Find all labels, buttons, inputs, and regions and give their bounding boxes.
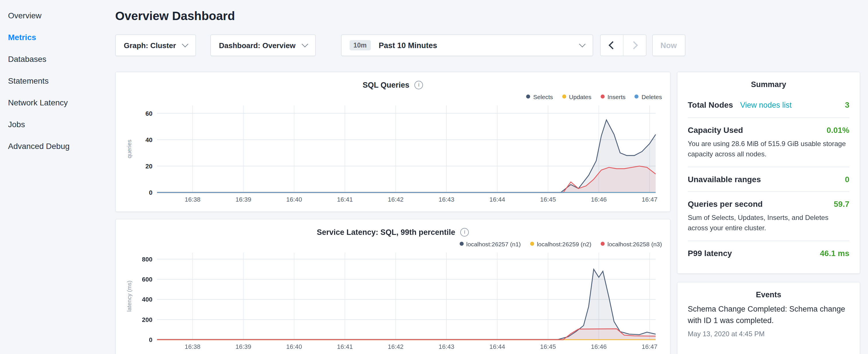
time-next-button[interactable] <box>623 35 646 56</box>
svg-text:queries: queries <box>126 139 132 158</box>
svg-text:16:42: 16:42 <box>388 343 403 350</box>
time-window-label: Past 10 Minutes <box>378 41 580 50</box>
time-window-badge: 10m <box>349 40 371 51</box>
sql-queries-chart: 16:3816:3916:4016:4116:4216:4316:4416:45… <box>124 101 662 207</box>
sidebar-item-statements[interactable]: Statements <box>0 70 115 92</box>
qps-note: Sum of Selects, Updates, Inserts, and De… <box>688 213 849 233</box>
chart-legend: SelectsUpdatesInsertsDeletes <box>124 91 662 100</box>
legend-item[interactable]: Updates <box>562 93 591 100</box>
unavailable-ranges-value: 0 <box>845 175 849 184</box>
time-pager <box>600 34 646 56</box>
legend-dot-icon <box>601 242 604 246</box>
service-latency-chart: 16:3816:3916:4016:4116:4216:4316:4416:45… <box>124 248 662 354</box>
total-nodes-label: Total Nodes <box>688 100 733 109</box>
legend-item[interactable]: localhost:26259 (n2) <box>530 240 591 247</box>
svg-text:16:44: 16:44 <box>490 343 505 350</box>
legend-item[interactable]: localhost:26258 (n3) <box>601 240 662 247</box>
time-prev-button[interactable] <box>600 35 623 56</box>
svg-text:16:45: 16:45 <box>540 343 556 350</box>
capacity-used-label: Capacity Used <box>688 125 743 135</box>
svg-text:16:47: 16:47 <box>642 343 657 350</box>
legend-dot-icon <box>459 242 463 246</box>
sidebar-item-overview[interactable]: Overview <box>0 5 115 26</box>
dashboard-dropdown-label: Dashboard: Overview <box>219 41 296 50</box>
dashboard-body: SQL Queries i SelectsUpdatesInsertsDelet… <box>115 72 860 354</box>
legend-item[interactable]: Deletes <box>635 93 662 100</box>
legend-label: Selects <box>533 93 553 100</box>
sidebar-item-metrics[interactable]: Metrics <box>0 26 115 48</box>
chevron-right-icon <box>629 41 638 49</box>
svg-text:20: 20 <box>146 163 152 170</box>
svg-text:200: 200 <box>142 316 152 323</box>
main-content: Overview Dashboard Graph: Cluster Dashbo… <box>115 0 868 354</box>
total-nodes-value: 3 <box>845 100 849 109</box>
svg-text:16:42: 16:42 <box>388 196 403 203</box>
sidebar-item-advanced-debug[interactable]: Advanced Debug <box>0 135 115 157</box>
now-button[interactable]: Now <box>652 34 685 56</box>
svg-text:16:43: 16:43 <box>438 196 454 203</box>
summary-row-total-nodes: Total Nodes View nodes list 3 <box>688 92 849 118</box>
event-item[interactable]: Schema Change Completed: Schema change w… <box>688 303 849 338</box>
info-icon[interactable]: i <box>461 228 469 236</box>
info-icon[interactable]: i <box>415 81 423 89</box>
capacity-used-value: 0.01% <box>827 125 849 135</box>
svg-text:16:40: 16:40 <box>286 196 302 203</box>
svg-text:16:44: 16:44 <box>490 196 505 203</box>
chart-title: SQL Queries <box>363 81 409 89</box>
sidebar-item-jobs[interactable]: Jobs <box>0 114 115 135</box>
svg-text:400: 400 <box>142 296 152 303</box>
svg-text:16:47: 16:47 <box>642 196 657 203</box>
app-window: Overview Metrics Databases Statements Ne… <box>0 0 868 354</box>
legend-dot-icon <box>635 95 639 99</box>
chart-canvas: 16:3816:3916:4016:4116:4216:4316:4416:45… <box>124 248 662 352</box>
legend-label: Inserts <box>608 93 626 100</box>
summary-row-capacity: Capacity Used 0.01% You are using 28.6 M… <box>688 118 849 167</box>
chevron-down-icon <box>302 41 308 47</box>
legend-item[interactable]: Inserts <box>601 93 626 100</box>
legend-label: localhost:26259 (n2) <box>537 240 591 247</box>
svg-text:16:46: 16:46 <box>591 343 607 350</box>
view-nodes-list-link[interactable]: View nodes list <box>740 101 792 109</box>
qps-label: Queries per second <box>688 199 763 208</box>
summary-panel: Summary Total Nodes View nodes list 3 <box>677 72 860 274</box>
legend-dot-icon <box>530 242 534 246</box>
chart-canvas: 16:3816:3916:4016:4116:4216:4316:4416:45… <box>124 101 662 205</box>
chart-card-service-latency: Service Latency: SQL, 99th percentile i … <box>115 219 671 354</box>
events-title: Events <box>688 290 849 299</box>
legend-label: localhost:26258 (n3) <box>608 240 662 247</box>
right-column: Summary Total Nodes View nodes list 3 <box>677 72 860 354</box>
legend-item[interactable]: localhost:26257 (n1) <box>459 240 521 247</box>
chart-title: Service Latency: SQL, 99th percentile <box>317 228 455 236</box>
svg-text:0: 0 <box>149 336 152 344</box>
capacity-used-note: You are using 28.6 MiB of 515.9 GiB usab… <box>688 139 849 159</box>
svg-text:16:46: 16:46 <box>591 196 607 203</box>
legend-label: Updates <box>569 93 591 100</box>
legend-dot-icon <box>526 95 530 99</box>
page-title: Overview Dashboard <box>115 9 860 23</box>
svg-text:16:41: 16:41 <box>337 196 353 203</box>
chevron-down-icon <box>579 41 585 47</box>
charts-column: SQL Queries i SelectsUpdatesInsertsDelet… <box>115 72 671 354</box>
events-panel: Events Schema Change Completed: Schema c… <box>677 282 860 354</box>
dashboard-dropdown[interactable]: Dashboard: Overview <box>210 34 315 56</box>
p99-latency-value: 46.1 ms <box>820 249 849 258</box>
summary-row-qps: Queries per second 59.7 Sum of Selects, … <box>688 191 849 240</box>
time-window-selector[interactable]: 10m Past 10 Minutes <box>341 34 593 56</box>
svg-text:16:38: 16:38 <box>185 343 200 350</box>
qps-value: 59.7 <box>834 199 850 208</box>
chevron-left-icon <box>608 41 616 49</box>
p99-latency-label: P99 latency <box>688 249 732 258</box>
svg-text:16:38: 16:38 <box>185 196 200 203</box>
svg-text:16:40: 16:40 <box>286 343 302 350</box>
summary-row-unavailable-ranges: Unavailable ranges 0 <box>688 167 849 191</box>
legend-dot-icon <box>601 95 604 99</box>
legend-item[interactable]: Selects <box>526 93 553 100</box>
svg-text:800: 800 <box>142 256 152 263</box>
event-text: Schema Change Completed: Schema change w… <box>688 303 849 327</box>
legend-label: localhost:26257 (n1) <box>466 240 521 247</box>
sidebar-item-network-latency[interactable]: Network Latency <box>0 92 115 114</box>
graph-scope-label: Graph: Cluster <box>124 41 176 50</box>
chart-legend: localhost:26257 (n1)localhost:26259 (n2)… <box>124 238 662 247</box>
graph-scope-dropdown[interactable]: Graph: Cluster <box>115 34 196 56</box>
sidebar-item-databases[interactable]: Databases <box>0 48 115 70</box>
